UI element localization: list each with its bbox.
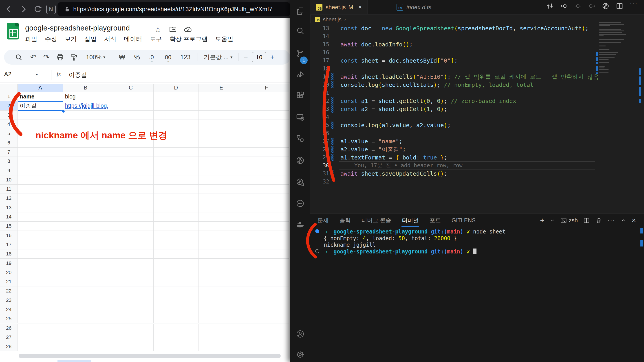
- row-header[interactable]: 10: [0, 176, 18, 184]
- cell[interactable]: [63, 240, 108, 249]
- cell[interactable]: [199, 129, 244, 138]
- cell[interactable]: [18, 148, 63, 157]
- settings-gear-icon[interactable]: [296, 350, 305, 359]
- cell[interactable]: [244, 277, 290, 286]
- cell[interactable]: [18, 277, 63, 286]
- panel-tab[interactable]: 출력: [339, 217, 351, 224]
- cell[interactable]: [199, 203, 244, 212]
- code-line[interactable]: 15await doc.loadInfo();: [310, 40, 644, 48]
- code-line[interactable]: 19await sheet.loadCells("A1:E10"); // 셀 …: [310, 73, 644, 81]
- increase-decimal-button[interactable]: .00→: [163, 54, 171, 61]
- cell[interactable]: [244, 148, 290, 157]
- cell[interactable]: [244, 111, 290, 120]
- row-header[interactable]: 9: [0, 166, 18, 175]
- panel-tab[interactable]: 터미널: [402, 217, 419, 224]
- cell[interactable]: [244, 240, 290, 249]
- close-panel-icon[interactable]: ×: [632, 216, 636, 224]
- cell[interactable]: [154, 231, 199, 240]
- code-line[interactable]: 31await sheet.saveUpdatedCells();: [310, 170, 644, 178]
- cell[interactable]: [199, 148, 244, 157]
- shell-label[interactable]: zsh: [560, 217, 578, 224]
- cell[interactable]: [108, 212, 154, 222]
- cell[interactable]: [244, 324, 290, 333]
- cell[interactable]: [154, 120, 199, 129]
- cell[interactable]: [199, 138, 244, 148]
- cell[interactable]: [108, 259, 154, 268]
- row-header[interactable]: 24: [0, 305, 18, 314]
- cell[interactable]: [199, 342, 244, 351]
- cell[interactable]: [108, 222, 154, 231]
- cell[interactable]: [154, 101, 199, 110]
- split-editor-icon[interactable]: [616, 2, 624, 10]
- cell[interactable]: [154, 249, 199, 259]
- cell[interactable]: [199, 166, 244, 175]
- zoom-select[interactable]: 100%▾: [86, 54, 105, 61]
- cell[interactable]: [108, 277, 154, 286]
- cell[interactable]: [199, 101, 244, 110]
- cell[interactable]: [108, 231, 154, 240]
- cell[interactable]: [199, 259, 244, 268]
- code-line[interactable]: 28a2.value = "이종길";: [310, 145, 644, 153]
- code-editor[interactable]: 13const doc = new GoogleSpreadsheet(spre…: [310, 23, 644, 213]
- row-header[interactable]: 11: [0, 184, 18, 194]
- cell[interactable]: name: [18, 92, 63, 101]
- decrease-decimal-button[interactable]: .0←: [149, 54, 154, 61]
- cell[interactable]: [199, 249, 244, 259]
- cell[interactable]: [108, 148, 154, 157]
- cell[interactable]: [108, 194, 154, 203]
- code-line[interactable]: 14: [310, 32, 644, 40]
- row-header[interactable]: 25: [0, 314, 18, 323]
- cell[interactable]: [244, 92, 290, 101]
- cell[interactable]: [154, 296, 199, 305]
- cell[interactable]: [108, 324, 154, 333]
- cell[interactable]: [18, 231, 63, 240]
- cell[interactable]: [108, 166, 154, 175]
- cell[interactable]: [199, 222, 244, 231]
- back-icon[interactable]: [4, 4, 14, 14]
- menu-item[interactable]: 서식: [104, 35, 116, 44]
- cloud-saved-icon[interactable]: [184, 25, 192, 34]
- cell[interactable]: [244, 286, 290, 296]
- cell[interactable]: [199, 305, 244, 314]
- command-decoration[interactable]: [315, 249, 319, 253]
- row-header[interactable]: 20: [0, 268, 18, 277]
- new-terminal-icon[interactable]: +: [540, 216, 544, 225]
- gitlens-icon[interactable]: [296, 156, 305, 165]
- cell[interactable]: [154, 277, 199, 286]
- cell[interactable]: [18, 176, 63, 184]
- cell[interactable]: [244, 212, 290, 222]
- code-line[interactable]: 25console.log(a1.value, a2.value);: [310, 121, 644, 129]
- panel-tab[interactable]: GITLENS: [451, 217, 476, 224]
- row-header[interactable]: 26: [0, 324, 18, 333]
- column-header[interactable]: B: [63, 84, 108, 92]
- run-debug-icon[interactable]: [296, 70, 305, 79]
- cell[interactable]: [244, 222, 290, 231]
- row-header[interactable]: 3: [0, 111, 18, 120]
- more-actions-icon[interactable]: ···: [630, 2, 638, 10]
- breadcrumb[interactable]: JS sheet.js › …: [315, 16, 354, 23]
- cell[interactable]: [199, 111, 244, 120]
- cell[interactable]: [244, 296, 290, 305]
- cell[interactable]: [18, 259, 63, 268]
- print-icon[interactable]: [56, 53, 64, 61]
- next-change-icon[interactable]: [588, 2, 596, 10]
- editor-tab[interactable]: JSsheet.jsM×: [310, 0, 368, 14]
- code-line[interactable]: 16: [310, 48, 644, 56]
- url-bar[interactable]: https://docs.google.com/spreadsheets/d/1…: [58, 2, 290, 16]
- cell[interactable]: [154, 286, 199, 296]
- maximize-panel-icon[interactable]: [620, 217, 626, 223]
- undo-icon[interactable]: ↶: [30, 53, 36, 62]
- cell[interactable]: [154, 111, 199, 120]
- cell[interactable]: [18, 240, 63, 249]
- panel-tab[interactable]: 디버그 콘솔: [361, 217, 392, 224]
- cell[interactable]: [199, 314, 244, 323]
- cell[interactable]: [108, 296, 154, 305]
- document-title[interactable]: google-spreadsheet-playground: [25, 24, 130, 32]
- editor-tab[interactable]: TSindex.d.ts: [391, 0, 437, 14]
- gitlens-search-icon[interactable]: [296, 178, 305, 186]
- row-header[interactable]: 15: [0, 222, 18, 231]
- menu-item[interactable]: 확장 프로그램: [170, 35, 208, 44]
- cell[interactable]: [63, 148, 108, 157]
- cell[interactable]: [18, 111, 63, 120]
- menu-item[interactable]: 데이터: [124, 35, 142, 44]
